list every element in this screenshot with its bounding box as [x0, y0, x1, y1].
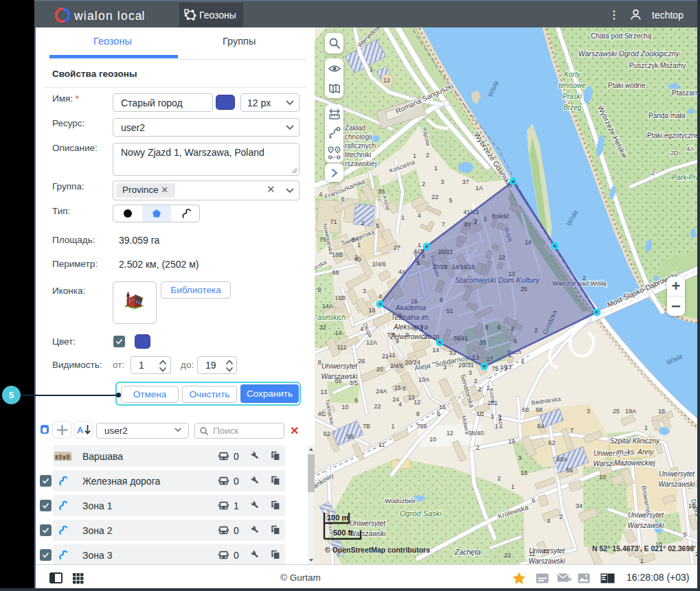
- svg-text:22: 22: [504, 552, 511, 559]
- svg-text:2: 2: [534, 327, 538, 334]
- svg-text:8: 8: [511, 325, 515, 332]
- svg-text:6: 6: [532, 497, 535, 504]
- svg-text:13: 13: [320, 389, 327, 395]
- svg-text:1: 1: [434, 165, 438, 172]
- svg-text:2: 2: [583, 275, 586, 281]
- svg-text:1: 1: [413, 152, 416, 159]
- svg-text:58: 58: [347, 433, 354, 440]
- svg-text:Panda mała: Panda mała: [648, 112, 686, 119]
- svg-text:1: 1: [401, 214, 405, 221]
- svg-text:asińskich: asińskich: [317, 314, 346, 321]
- svg-text:Wodozbiór: Wodozbiór: [385, 497, 416, 505]
- svg-text:4A: 4A: [686, 146, 694, 152]
- svg-text:25: 25: [521, 286, 528, 292]
- svg-text:17: 17: [486, 356, 493, 362]
- svg-text:22: 22: [499, 254, 506, 261]
- svg-text:18B: 18B: [332, 251, 343, 258]
- svg-text:1: 1: [495, 423, 498, 430]
- svg-text:32: 32: [319, 324, 326, 331]
- svg-text:26: 26: [358, 358, 365, 364]
- svg-text:22: 22: [382, 353, 389, 360]
- svg-text:71: 71: [330, 218, 337, 225]
- svg-text:Ogród Saski: Ogród Saski: [400, 509, 442, 518]
- svg-text:8: 8: [422, 253, 425, 259]
- svg-text:12A: 12A: [366, 339, 377, 346]
- svg-text:Ptaki wodne: Ptaki wodne: [608, 82, 646, 89]
- svg-text:chnologii: chnologii: [345, 133, 372, 141]
- svg-text:15: 15: [439, 404, 446, 410]
- svg-text:20: 20: [376, 366, 383, 373]
- svg-text:Mazowieckiej: Mazowieckiej: [614, 459, 655, 467]
- svg-text:9: 9: [440, 297, 443, 303]
- svg-text:7/9: 7/9: [387, 332, 396, 338]
- svg-text:3/5: 3/5: [349, 380, 358, 386]
- svg-text:51: 51: [447, 308, 453, 314]
- svg-text:66: 66: [335, 378, 342, 384]
- svg-text:6: 6: [497, 324, 501, 331]
- svg-text:2: 2: [651, 170, 655, 176]
- svg-text:2: 2: [497, 475, 501, 482]
- svg-text:83: 83: [464, 221, 471, 228]
- svg-text:1: 1: [420, 325, 424, 332]
- svg-text:8: 8: [485, 324, 488, 331]
- svg-text:3: 3: [468, 369, 472, 376]
- svg-text:39/41: 39/41: [453, 335, 468, 342]
- svg-text:14: 14: [525, 239, 532, 246]
- svg-text:5: 5: [376, 222, 379, 229]
- svg-text:1: 1: [644, 424, 648, 431]
- svg-text:Zachęta: Zachęta: [454, 548, 481, 556]
- svg-text:12: 12: [383, 77, 390, 84]
- svg-text:2: 2: [422, 181, 425, 187]
- svg-text:33: 33: [479, 339, 486, 346]
- svg-text:9: 9: [396, 338, 399, 345]
- svg-text:3: 3: [443, 364, 447, 371]
- svg-text:4: 4: [547, 518, 550, 524]
- svg-text:Szpital Kliniczny: Szpital Kliniczny: [610, 437, 660, 445]
- svg-text:56: 56: [566, 467, 573, 474]
- svg-text:3: 3: [587, 408, 590, 415]
- svg-text:4: 4: [418, 212, 421, 219]
- svg-text:Ptaki egzotyczne: Ptaki egzotyczne: [647, 132, 697, 139]
- svg-text:75: 75: [492, 365, 499, 372]
- svg-text:Uniwersytet: Uniwersytet: [659, 470, 695, 478]
- svg-text:7B: 7B: [363, 423, 370, 430]
- svg-text:Warszawski: Warszawski: [528, 557, 565, 564]
- svg-text:Warszawski: Warszawski: [658, 480, 695, 488]
- svg-text:raficznych: raficznych: [345, 142, 376, 150]
- svg-text:Warszawski: Warszawski: [627, 522, 664, 529]
- svg-text:Warszawski Ogród Zoologiczny: Warszawski Ogród Zoologiczny: [578, 49, 680, 58]
- svg-text:8: 8: [416, 410, 420, 417]
- svg-text:27/29: 27/29: [433, 264, 448, 270]
- svg-text:Boleść: Boleść: [492, 213, 510, 220]
- svg-text:3: 3: [416, 259, 420, 266]
- svg-text:9: 9: [398, 312, 402, 318]
- svg-text:tenisowe: tenisowe: [558, 82, 586, 89]
- svg-text:12: 12: [447, 430, 453, 437]
- svg-text:2/4/6: 2/4/6: [372, 261, 386, 268]
- svg-text:2: 2: [354, 254, 358, 261]
- svg-text:rszawskiej: rszawskiej: [345, 160, 376, 167]
- svg-text:34: 34: [576, 502, 583, 509]
- svg-text:19A: 19A: [625, 408, 636, 415]
- svg-text:111: 111: [337, 344, 347, 351]
- svg-text:62: 62: [324, 430, 330, 437]
- svg-text:4: 4: [319, 191, 322, 198]
- svg-text:14/16/18: 14/16/18: [452, 264, 475, 270]
- svg-text:1: 1: [357, 242, 361, 248]
- svg-text:14A: 14A: [322, 303, 333, 310]
- svg-text:1: 1: [508, 351, 512, 358]
- svg-text:14: 14: [432, 347, 439, 354]
- svg-text:15: 15: [394, 384, 401, 391]
- svg-text:3: 3: [363, 288, 366, 294]
- svg-text:10: 10: [341, 404, 348, 410]
- svg-text:1: 1: [486, 384, 490, 391]
- svg-text:2: 2: [559, 513, 563, 520]
- svg-text:64: 64: [537, 423, 544, 430]
- svg-text:1: 1: [511, 483, 515, 490]
- svg-text:11: 11: [379, 441, 385, 448]
- svg-text:10: 10: [688, 502, 695, 509]
- svg-text:4: 4: [521, 358, 524, 365]
- svg-text:1: 1: [392, 423, 395, 430]
- svg-text:1: 1: [499, 415, 502, 421]
- svg-text:3: 3: [683, 531, 686, 538]
